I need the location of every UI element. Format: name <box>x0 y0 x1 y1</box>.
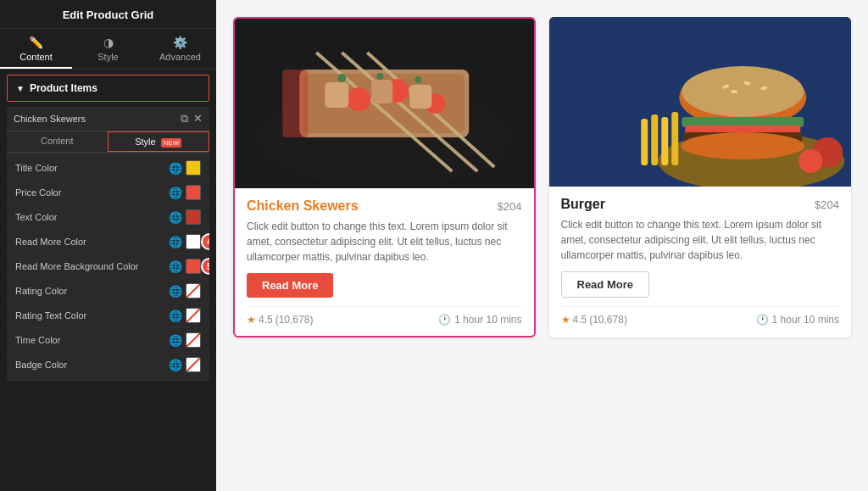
product-name-row-0: Chicken Skewers $204 <box>247 198 522 214</box>
time-globe-icon[interactable]: 🌐 <box>169 334 182 347</box>
color-rows: Title Color 🌐 Price Color 🌐 Text Color 🌐 <box>7 153 209 381</box>
rating-color-swatch[interactable] <box>186 283 201 299</box>
product-card-0[interactable]: Chicken Skewers $204 Click edit button t… <box>233 17 536 338</box>
badge-color-swatch[interactable] <box>186 357 201 372</box>
text-color-swatch[interactable] <box>186 209 201 225</box>
time-value-1: 1 hour 10 mins <box>772 314 839 326</box>
product-rating-0: ★ 4.5 (10,678) <box>247 314 313 326</box>
rating-count-1: (10,678) <box>589 314 627 326</box>
product-info-1: Burger $204 Click edit button to change … <box>549 187 852 336</box>
rating-text-globe-icon[interactable]: 🌐 <box>169 310 182 322</box>
svg-point-7 <box>347 87 370 111</box>
tab-style-label: Style <box>97 52 118 62</box>
price-color-controls: 🌐 <box>169 185 201 200</box>
product-card-1[interactable]: Burger $204 Click edit button to change … <box>549 17 852 338</box>
read-more-bg-color-label: Read More Background Color <box>15 261 169 271</box>
rating-value-1: 4.5 <box>573 314 587 326</box>
svg-rect-30 <box>641 119 648 165</box>
main-tabs: ✏️ Content ◑ Style ⚙️ Advanced <box>0 29 216 70</box>
read-more-color-controls: 🌐 4 <box>169 234 201 249</box>
duplicate-icon[interactable]: ⧉ <box>181 112 188 126</box>
left-panel: Edit Product Grid ✏️ Content ◑ Style ⚙️ … <box>0 0 216 491</box>
svg-point-15 <box>415 76 421 83</box>
right-area: Chicken Skewers $204 Click edit button t… <box>216 0 868 491</box>
product-time-1: 🕐 1 hour 10 mins <box>756 314 839 326</box>
svg-point-13 <box>337 74 346 82</box>
product-items-section[interactable]: ▼ Product Items <box>7 75 209 102</box>
rating-color-controls: 🌐 <box>169 283 201 299</box>
svg-rect-32 <box>661 117 668 165</box>
product-image-0 <box>235 19 534 188</box>
read-more-bg-color-swatch[interactable] <box>186 259 201 274</box>
inner-tab-content[interactable]: Content <box>7 131 108 152</box>
inner-tab-content-label: Content <box>41 136 74 146</box>
badge-color-row: Badge Color 🌐 <box>7 353 209 377</box>
product-price-1: $204 <box>815 198 839 211</box>
star-icon-1: ★ <box>561 314 570 326</box>
content-icon: ✏️ <box>29 36 43 49</box>
read-more-bg-color-controls: 🌐 5 <box>169 259 201 274</box>
close-icon[interactable]: ✕ <box>193 112 203 126</box>
price-color-label: Price Color <box>15 187 169 198</box>
product-desc-1: Click edit button to change this text. L… <box>561 217 840 263</box>
read-more-bg-color-row: Read More Background Color 🌐 5 <box>7 254 209 279</box>
price-color-swatch[interactable] <box>186 185 201 200</box>
rating-color-row: Rating Color 🌐 <box>7 279 209 304</box>
new-badge: NEW <box>161 138 182 148</box>
read-more-bg-globe-icon[interactable]: 🌐 <box>169 260 182 273</box>
text-color-controls: 🌐 <box>169 209 201 225</box>
clock-icon-1: 🕐 <box>756 314 769 326</box>
clock-icon-0: 🕐 <box>438 314 451 326</box>
item-card: Chicken Skewers ⧉ ✕ Content Style NEW Ti… <box>7 107 209 381</box>
time-color-label: Time Color <box>15 335 169 345</box>
read-more-button-1[interactable]: Read More <box>561 271 649 298</box>
item-card-actions: ⧉ ✕ <box>181 112 203 126</box>
inner-tab-style-label: Style <box>135 137 155 147</box>
read-more-color-swatch[interactable] <box>186 234 201 249</box>
tab-advanced[interactable]: ⚙️ Advanced <box>144 29 216 69</box>
rating-globe-icon[interactable]: 🌐 <box>169 285 182 298</box>
annotation-badge-5: 5 <box>201 258 209 275</box>
svg-point-29 <box>681 132 804 159</box>
item-card-header: Chicken Skewers ⧉ ✕ <box>7 107 209 131</box>
rating-color-label: Rating Color <box>15 286 169 296</box>
product-name-1: Burger <box>561 197 605 212</box>
read-more-globe-icon[interactable]: 🌐 <box>169 236 182 248</box>
product-footer-1: ★ 4.5 (10,678) 🕐 1 hour 10 mins <box>561 306 840 326</box>
product-desc-0: Click edit button to change this text. L… <box>247 219 522 265</box>
svg-rect-33 <box>671 112 678 165</box>
title-globe-icon[interactable]: 🌐 <box>169 162 182 175</box>
svg-rect-12 <box>409 85 431 109</box>
text-globe-icon[interactable]: 🌐 <box>169 211 182 224</box>
title-color-row: Title Color 🌐 <box>7 156 209 181</box>
product-name-0: Chicken Skewers <box>247 198 359 214</box>
tab-style[interactable]: ◑ Style <box>72 29 144 69</box>
title-color-swatch[interactable] <box>186 160 201 176</box>
rating-text-color-row: Rating Text Color 🌐 <box>7 304 209 328</box>
read-more-button-0[interactable]: Read More <box>247 273 333 298</box>
product-grid: Chicken Skewers $204 Click edit button t… <box>233 17 851 338</box>
badge-color-label: Badge Color <box>15 360 169 370</box>
text-color-label: Text Color <box>15 212 169 222</box>
panel-title: Edit Product Grid <box>0 0 216 29</box>
price-globe-icon[interactable]: 🌐 <box>169 187 182 199</box>
style-icon: ◑ <box>103 36 114 49</box>
badge-color-controls: 🌐 <box>169 357 201 372</box>
badge-globe-icon[interactable]: 🌐 <box>169 359 182 371</box>
time-color-swatch[interactable] <box>186 332 201 348</box>
rating-text-color-controls: 🌐 <box>169 308 201 323</box>
tab-content[interactable]: ✏️ Content <box>0 29 72 69</box>
rating-text-color-swatch[interactable] <box>186 308 201 323</box>
inner-tabs: Content Style NEW <box>7 131 209 153</box>
section-title: Product Items <box>30 82 97 94</box>
inner-tab-style[interactable]: Style NEW <box>108 131 210 152</box>
product-image-1 <box>549 17 852 187</box>
rating-text-color-label: Rating Text Color <box>15 310 169 321</box>
text-color-row: Text Color 🌐 <box>7 205 209 230</box>
star-icon-0: ★ <box>247 314 256 326</box>
svg-point-21 <box>682 66 804 117</box>
svg-rect-31 <box>651 114 658 165</box>
tab-content-label: Content <box>19 52 53 62</box>
product-time-0: 🕐 1 hour 10 mins <box>438 314 521 326</box>
product-name-row-1: Burger $204 <box>561 197 840 212</box>
